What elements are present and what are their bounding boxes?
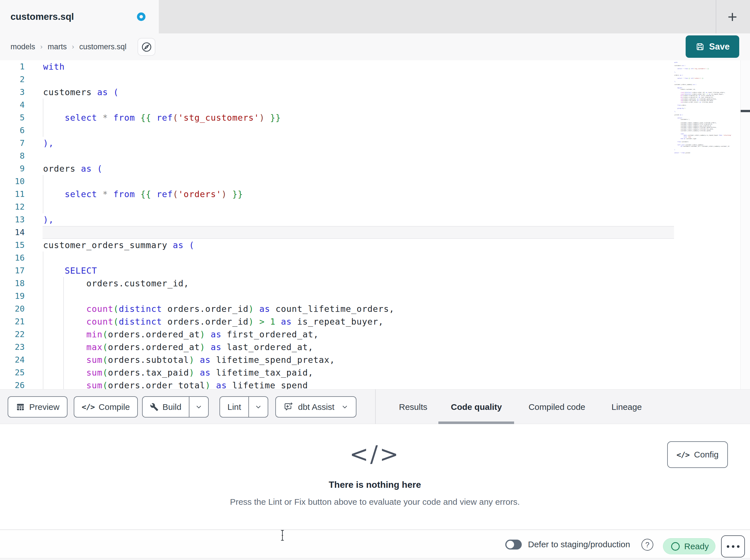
code-line[interactable]: sum(orders.tax_paid) as lifetime_tax_pai… [0, 366, 672, 379]
code-line[interactable]: count(distinct orders.order_id) as count… [0, 303, 672, 315]
ellipsis-icon [727, 545, 729, 548]
overview-ruler-cursor-marker [741, 110, 750, 112]
build-dropdown-button[interactable] [189, 397, 208, 417]
breadcrumb-marts[interactable]: marts [47, 42, 67, 51]
lint-button[interactable]: Lint [220, 397, 249, 417]
table-icon [16, 402, 25, 412]
tab-compiled-code[interactable]: Compiled code [529, 390, 585, 424]
code-line[interactable]: max(orders.ordered_at) as last_ordered_a… [0, 341, 672, 353]
build-button[interactable]: Build [143, 397, 189, 417]
code-line[interactable] [0, 201, 672, 213]
config-label: Config [694, 450, 719, 459]
config-button[interactable]: </> Config [667, 441, 728, 468]
code-lines[interactable]: withcustomers as ( select * from {{ ref(… [0, 60, 672, 389]
code-line[interactable]: customer_orders_summary as ( [0, 239, 672, 251]
code-editor[interactable]: 1234567891011121314151617181920212223242… [0, 60, 750, 389]
code-line[interactable]: with [0, 60, 672, 73]
code-icon: </> [82, 402, 95, 411]
code-line[interactable]: customers as ( [0, 86, 672, 99]
code-line[interactable]: orders.customer_id, [0, 277, 672, 290]
wrench-icon [150, 403, 158, 411]
tab-code-quality[interactable]: Code quality [451, 390, 502, 424]
code-quality-panel: </> Config </> There is nothing here Pre… [0, 424, 750, 530]
code-line[interactable]: select * from {{ ref('stg_customers') }} [0, 111, 672, 124]
editor-toolbar: Preview </> Compile Build [0, 389, 750, 424]
empty-state-title: There is nothing here [329, 480, 421, 490]
code-line[interactable]: select * from {{ ref('orders') }} [0, 188, 672, 201]
code-line[interactable]: count(distinct orders.order_id) > 1 as i… [0, 315, 672, 328]
code-line[interactable] [0, 124, 672, 137]
code-line[interactable]: sum(orders.subtotal) as lifetime_spend_p… [0, 353, 672, 366]
breadcrumb-models[interactable]: models [11, 42, 35, 51]
help-icon[interactable]: ? [642, 539, 653, 551]
save-label: Save [709, 42, 730, 52]
code-line[interactable] [0, 73, 672, 86]
build-split-button: Build [142, 396, 209, 417]
code-line[interactable] [0, 251, 672, 264]
breadcrumb-row: models › marts › customers.sql [0, 34, 750, 60]
code-line[interactable]: sum(orders.order_total) as lifetime_spen… [0, 379, 672, 389]
code-line[interactable]: ), [0, 213, 672, 226]
code-icon: </> [676, 450, 690, 459]
breadcrumb-separator: › [72, 43, 74, 51]
new-tab-button[interactable]: + [720, 0, 745, 34]
toggle-knob [507, 541, 514, 548]
code-line[interactable]: SELECT [0, 264, 672, 277]
unsaved-changes-dot-icon [137, 13, 145, 21]
tab-lineage[interactable]: Lineage [612, 390, 642, 424]
compass-icon [141, 41, 152, 53]
tabbar-divider [716, 0, 716, 34]
status-label: Ready [684, 542, 709, 551]
dbt-assist-label: dbt Assist [298, 402, 334, 412]
status-ring-icon [671, 542, 680, 551]
code-line[interactable]: orders as ( [0, 162, 672, 175]
save-button[interactable]: Save [686, 36, 739, 58]
empty-state-subtitle: Press the Lint or Fix button above to ev… [230, 497, 520, 507]
compile-label: Compile [99, 402, 130, 412]
lint-label: Lint [228, 402, 241, 412]
open-in-lineage-button[interactable] [138, 38, 155, 56]
code-line[interactable]: min(orders.ordered_at) as first_ordered_… [0, 328, 672, 341]
tab-title: customers.sql [11, 0, 74, 34]
defer-toggle[interactable] [505, 540, 522, 549]
code-line[interactable] [0, 226, 672, 239]
code-line[interactable] [0, 149, 672, 162]
chevron-down-icon [255, 403, 262, 411]
lint-dropdown-button[interactable] [249, 397, 268, 417]
code-line[interactable] [0, 175, 672, 188]
build-label: Build [162, 402, 181, 412]
assist-chat-sparkle-icon [283, 402, 294, 412]
preview-button[interactable]: Preview [8, 396, 67, 417]
dbt-assist-button[interactable]: dbt Assist [275, 396, 356, 417]
preview-label: Preview [29, 402, 60, 412]
minimap[interactable]: withcustomers as ( select * from {{ ref(… [674, 62, 739, 153]
chevron-down-icon [341, 403, 349, 411]
minimap-line: select * from joined [674, 152, 739, 154]
code-line[interactable] [0, 99, 672, 111]
status-badge: Ready [663, 538, 715, 554]
more-options-button[interactable] [721, 535, 745, 557]
breadcrumb-separator: › [40, 43, 42, 51]
code-brackets-icon: </> [349, 441, 400, 468]
code-line[interactable] [0, 290, 672, 303]
chevron-down-icon [195, 403, 202, 411]
overview-ruler[interactable] [741, 60, 750, 389]
status-bar: Defer to staging/production ? Ready [0, 530, 750, 558]
tab-results[interactable]: Results [399, 390, 427, 424]
dbt-ide-window: customers.sql + models › marts › custome… [0, 0, 750, 560]
toolbar-divider [375, 390, 376, 424]
compile-button[interactable]: </> Compile [74, 396, 138, 417]
tab-customers-sql[interactable]: customers.sql [0, 0, 159, 34]
lint-split-button: Lint [219, 396, 268, 417]
tab-bar: customers.sql + [0, 0, 750, 34]
window-bottom-edge [0, 558, 750, 560]
breadcrumb-file[interactable]: customers.sql [79, 42, 127, 51]
floppy-disk-icon [695, 42, 705, 51]
breadcrumb: models › marts › customers.sql [11, 34, 126, 60]
defer-label: Defer to staging/production [528, 530, 630, 559]
code-line[interactable]: ), [0, 137, 672, 149]
